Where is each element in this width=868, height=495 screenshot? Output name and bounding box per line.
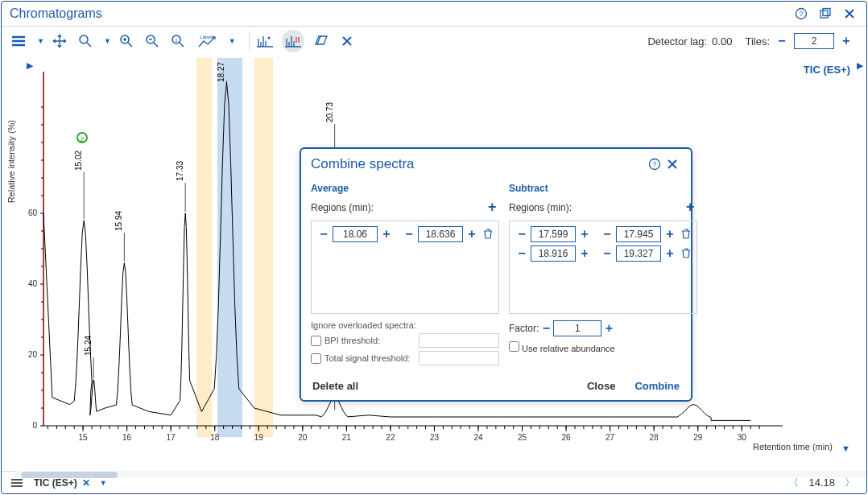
svg-text:?: ? <box>799 10 803 18</box>
labels-icon[interactable]: Labels <box>195 32 219 50</box>
spectrum-at-point-icon[interactable] <box>256 32 274 50</box>
average-regions-box: − 18.06 + − 18.636 + <box>311 221 499 314</box>
scrollbar-thumb[interactable] <box>21 472 118 478</box>
sub1-to-plus[interactable]: + <box>663 227 677 241</box>
zoom-icon[interactable] <box>76 32 94 50</box>
thresholds: Ignore overloaded spectra: BPI threshold… <box>311 320 499 365</box>
close-panel-icon[interactable] <box>841 5 858 23</box>
bpi-checkbox[interactable]: BPI threshold: <box>311 336 380 346</box>
svg-text:15.02: 15.02 <box>74 151 83 171</box>
zoom-out-icon[interactable] <box>143 32 161 50</box>
subtract-regions-box: − 17.599 + − 17.945 + − 18.916 + − <box>509 221 697 314</box>
subtract-add-region[interactable]: + <box>683 199 697 216</box>
svg-text:17.33: 17.33 <box>176 161 184 181</box>
svg-text:27: 27 <box>606 433 615 442</box>
move-icon[interactable] <box>51 32 68 50</box>
toolbar: ▼ ▼ 1 Labels ▼ <box>2 27 866 56</box>
factor-input[interactable]: 1 <box>553 320 601 336</box>
sub2-from-minus[interactable]: − <box>515 246 529 261</box>
svg-text:15.24: 15.24 <box>84 336 93 356</box>
help-icon[interactable]: ? <box>792 5 810 23</box>
total-checkbox[interactable]: Total signal threshold: <box>311 353 410 364</box>
sub1-to-minus[interactable]: − <box>600 227 614 241</box>
combine-spectra-icon[interactable] <box>282 30 304 52</box>
zoom-caret[interactable]: ▼ <box>104 37 111 45</box>
abundance-checkbox[interactable]: Use relative abundance <box>509 341 615 353</box>
tab-caret[interactable]: ▼ <box>100 479 107 487</box>
sub2-from-input[interactable]: 18.916 <box>531 245 576 262</box>
clear-icon[interactable] <box>338 32 356 50</box>
erase-icon[interactable] <box>312 32 330 50</box>
avg-to-plus[interactable]: + <box>465 227 479 241</box>
sub-region-row-1: − 17.599 + − 17.945 + <box>515 226 692 242</box>
avg-row-delete-icon[interactable] <box>482 228 494 241</box>
delete-all-button[interactable]: Delete all <box>312 380 358 392</box>
tab-close-icon[interactable]: ✕ <box>82 477 90 489</box>
avg-from-minus[interactable]: − <box>316 227 331 241</box>
horizontal-scrollbar[interactable] <box>14 471 866 477</box>
toolbar-right: Detector lag: 0.00 Tiles: − 2 + <box>647 33 858 49</box>
tab-label: TIC (ES+) <box>34 477 77 489</box>
average-add-region[interactable]: + <box>485 199 499 216</box>
sub1-from-plus[interactable]: + <box>577 227 592 241</box>
svg-point-4 <box>80 35 88 43</box>
detach-icon[interactable] <box>816 5 834 23</box>
svg-text:15.94: 15.94 <box>114 211 123 231</box>
svg-text:26: 26 <box>562 433 572 442</box>
factor-label: Factor: <box>509 323 539 334</box>
menu-icon[interactable] <box>10 32 27 50</box>
panel-title: Chromatograms <box>10 6 786 21</box>
svg-text:60: 60 <box>28 208 38 217</box>
zoom-reset-icon[interactable]: 1 <box>169 32 187 50</box>
svg-text:25: 25 <box>518 433 527 442</box>
nav-prev-icon[interactable]: 〈 <box>788 476 799 490</box>
close-button[interactable]: Close <box>587 380 615 392</box>
svg-text:15: 15 <box>79 433 89 442</box>
sub1-from-input[interactable]: 17.599 <box>531 226 576 242</box>
svg-rect-2 <box>820 10 828 18</box>
svg-text:20.73: 20.73 <box>325 102 334 122</box>
svg-point-10 <box>267 37 270 39</box>
sub1-to-input[interactable]: 17.945 <box>616 226 661 242</box>
rt-readout: 14.18 <box>808 476 835 489</box>
tiles-plus[interactable]: + <box>839 34 854 48</box>
svg-text:40: 40 <box>28 279 38 288</box>
factor-minus[interactable]: − <box>539 321 553 336</box>
zoom-in-icon[interactable] <box>118 32 135 50</box>
average-regions-label: Regions (min): <box>311 202 374 213</box>
svg-text:18.27: 18.27 <box>217 62 225 82</box>
factor-plus[interactable]: + <box>601 321 616 336</box>
sub2-from-plus[interactable]: + <box>577 246 592 261</box>
combine-button[interactable]: Combine <box>634 380 680 392</box>
svg-text:23: 23 <box>430 433 440 442</box>
tiles-minus[interactable]: − <box>775 34 789 48</box>
sub2-delete-icon[interactable] <box>680 247 692 261</box>
sub1-delete-icon[interactable] <box>680 228 692 241</box>
svg-text:16: 16 <box>122 433 132 442</box>
bpi-input[interactable] <box>419 333 499 348</box>
average-title: Average <box>311 183 499 194</box>
avg-to-input[interactable]: 18.636 <box>418 226 463 242</box>
menu-caret[interactable]: ▼ <box>37 37 44 45</box>
dialog-footer: Delete all Close Combine <box>301 372 691 400</box>
tiles-value[interactable]: 2 <box>794 33 834 49</box>
avg-to-minus[interactable]: − <box>402 227 416 241</box>
avg-from-input[interactable]: 18.06 <box>333 226 378 242</box>
collapse-tri-icon[interactable]: ▶ <box>857 60 863 71</box>
combine-spectra-dialog: Combine spectra ? Average Regions (min):… <box>300 147 692 402</box>
factor-row: Factor: − 1 + <box>509 320 697 336</box>
labels-caret[interactable]: ▼ <box>229 37 236 45</box>
dialog-help-icon[interactable]: ? <box>646 155 663 173</box>
tab-nav: 〈 14.18 〉 <box>783 476 860 490</box>
sub2-to-input[interactable]: 19.327 <box>616 245 661 262</box>
avg-from-plus[interactable]: + <box>379 227 394 241</box>
svg-text:20: 20 <box>28 350 38 359</box>
total-input[interactable] <box>419 351 499 365</box>
svg-text:1: 1 <box>175 38 178 43</box>
sub2-to-minus[interactable]: − <box>600 246 614 261</box>
sub2-to-plus[interactable]: + <box>663 246 677 261</box>
sub1-from-minus[interactable]: − <box>515 227 529 241</box>
nav-next-icon[interactable]: 〉 <box>845 476 855 490</box>
dialog-close-icon[interactable] <box>663 155 681 173</box>
svg-text:17: 17 <box>167 433 176 442</box>
